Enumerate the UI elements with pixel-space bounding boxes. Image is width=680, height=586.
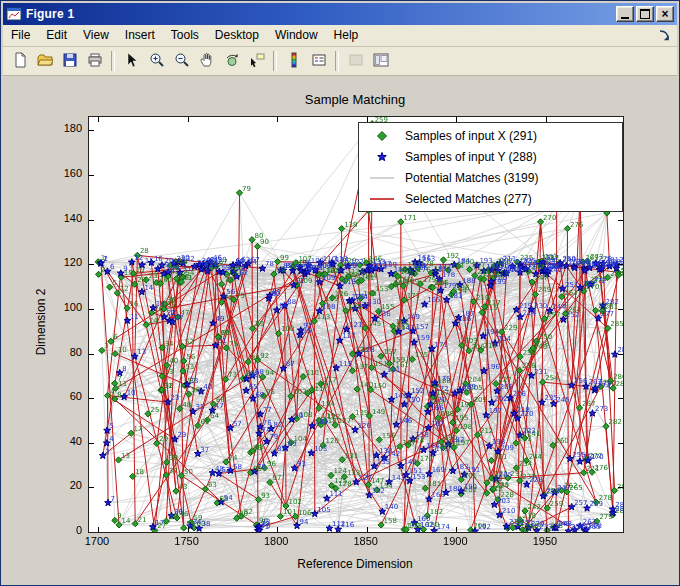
- legend-label-input-y: Samples of input Y (288): [405, 150, 537, 164]
- save-figure-icon: [62, 52, 78, 71]
- insert-legend-icon: [311, 52, 327, 71]
- edit-plot-button[interactable]: [120, 50, 143, 73]
- insert-colorbar-icon: [286, 52, 302, 71]
- y-tick-label: 180: [22, 122, 82, 134]
- figure-canvas-area: Sample Matching Reference Dimension Dime…: [3, 76, 677, 583]
- dock-figure-icon[interactable]: [658, 29, 671, 42]
- save-figure-button[interactable]: [58, 50, 81, 73]
- x-tick-label: 1850: [336, 535, 396, 547]
- minimize-icon: [621, 17, 629, 19]
- pan-icon: [199, 52, 215, 71]
- edit-plot-icon: [124, 52, 140, 71]
- insert-colorbar-button[interactable]: [282, 50, 305, 73]
- figure-window: Figure 1 × FileEditViewInsertToolsDeskto…: [0, 0, 680, 586]
- menu-tools[interactable]: Tools: [163, 25, 207, 46]
- y-tick-label: 120: [22, 256, 82, 268]
- legend-label-potential: Potential Matches (3199): [405, 171, 538, 185]
- insert-legend-button[interactable]: [307, 50, 330, 73]
- minimize-button[interactable]: [616, 6, 634, 22]
- legend-item-potential-matches[interactable]: Potential Matches (3199): [359, 167, 622, 188]
- legend-label-selected: Selected Matches (277): [405, 192, 532, 206]
- y-tick-label: 20: [22, 479, 82, 491]
- menu-help[interactable]: Help: [326, 25, 367, 46]
- window-title: Figure 1: [26, 7, 614, 21]
- hide-plot-tools-icon: [348, 52, 364, 71]
- close-button[interactable]: ×: [656, 6, 674, 22]
- print-figure-icon: [87, 52, 103, 71]
- x-tick-label: 1800: [246, 535, 306, 547]
- x-axis-label: Reference Dimension: [88, 557, 622, 571]
- toolbar-separator: [335, 51, 339, 71]
- x-tick-label: 1950: [515, 535, 575, 547]
- legend[interactable]: Samples of input X (291) Samples of inpu…: [358, 122, 623, 212]
- menu-view[interactable]: View: [75, 25, 117, 46]
- legend-item-input-y[interactable]: Samples of input Y (288): [359, 146, 622, 167]
- data-cursor-icon: [249, 52, 265, 71]
- y-tick-label: 160: [22, 167, 82, 179]
- toolbar-separator: [273, 51, 277, 71]
- show-plot-tools-icon: [373, 52, 389, 71]
- maximize-icon: [640, 9, 650, 19]
- zoom-out-icon: [174, 52, 190, 71]
- y-tick-label: 100: [22, 301, 82, 313]
- blue-pentagram-marker-icon: [359, 151, 405, 163]
- x-tick-label: 1900: [425, 535, 485, 547]
- new-figure-button[interactable]: [8, 50, 31, 73]
- x-tick-label: 1750: [157, 535, 217, 547]
- zoom-in-icon: [149, 52, 165, 71]
- rotate-3d-icon: [224, 52, 240, 71]
- menu-file[interactable]: File: [3, 25, 38, 46]
- toolbar: [3, 47, 677, 76]
- menu-desktop[interactable]: Desktop: [207, 25, 267, 46]
- y-tick-label: 0: [22, 524, 82, 536]
- gray-line-icon: [359, 172, 405, 184]
- zoom-out-button[interactable]: [170, 50, 193, 73]
- legend-label-input-x: Samples of input X (291): [405, 129, 537, 143]
- print-figure-button[interactable]: [83, 50, 106, 73]
- maximize-button[interactable]: [636, 6, 654, 22]
- y-tick-label: 140: [22, 212, 82, 224]
- new-figure-icon: [12, 52, 28, 71]
- y-tick-label: 80: [22, 346, 82, 358]
- menu-edit[interactable]: Edit: [38, 25, 75, 46]
- y-tick-label: 40: [22, 435, 82, 447]
- y-tick-label: 60: [22, 390, 82, 402]
- open-file-icon: [37, 52, 53, 71]
- green-diamond-marker-icon: [359, 130, 405, 142]
- menu-insert[interactable]: Insert: [117, 25, 163, 46]
- toolbar-separator: [111, 51, 115, 71]
- pan-button[interactable]: [195, 50, 218, 73]
- title-bar[interactable]: Figure 1 ×: [3, 3, 677, 25]
- menu-window[interactable]: Window: [267, 25, 326, 46]
- menubar-items: FileEditViewInsertToolsDesktopWindowHelp: [3, 25, 366, 46]
- close-icon: ×: [661, 8, 668, 20]
- plot-title: Sample Matching: [88, 92, 622, 107]
- data-cursor-button[interactable]: [245, 50, 268, 73]
- rotate-3d-button[interactable]: [220, 50, 243, 73]
- legend-item-selected-matches[interactable]: Selected Matches (277): [359, 188, 622, 209]
- hide-plot-tools-button: [344, 50, 367, 73]
- zoom-in-button[interactable]: [145, 50, 168, 73]
- show-plot-tools-button[interactable]: [369, 50, 392, 73]
- red-line-icon: [359, 193, 405, 205]
- figure-icon: [6, 6, 22, 22]
- menu-bar: FileEditViewInsertToolsDesktopWindowHelp: [3, 25, 677, 47]
- open-file-button[interactable]: [33, 50, 56, 73]
- x-tick-label: 1700: [67, 535, 127, 547]
- legend-item-input-x[interactable]: Samples of input X (291): [359, 125, 622, 146]
